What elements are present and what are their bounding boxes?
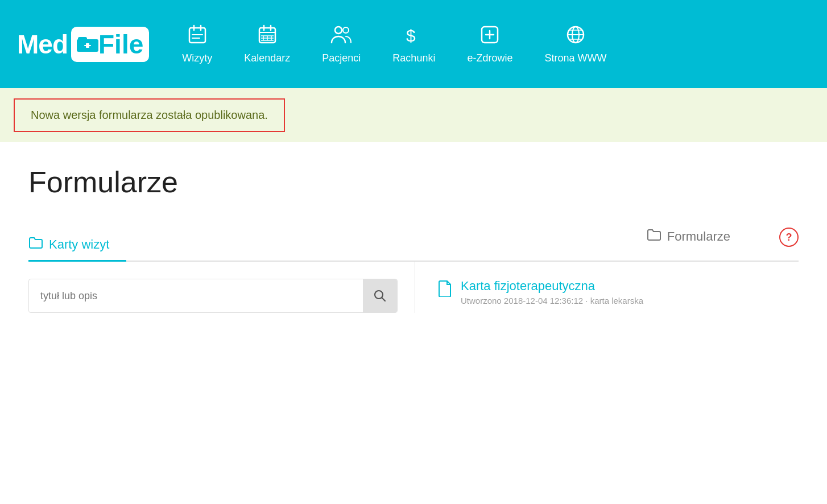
stronawww-icon (565, 24, 586, 48)
nav-item-ezdrowie[interactable]: e-Zdrowie (451, 19, 528, 70)
help-icon[interactable]: ? (779, 228, 799, 247)
main-nav: Wizyty Kalendarz (166, 19, 810, 70)
file-info: Karta fizjoterapeutyczna Utworzono 2018-… (461, 279, 643, 305)
file-icon (438, 280, 453, 301)
left-panel (28, 262, 415, 313)
main-content: Formularze Karty wizyt Formularze ? (0, 142, 827, 313)
rachunki-icon: $ (404, 24, 424, 48)
content-area: Karta fizjoterapeutyczna Utworzono 2018-… (28, 262, 799, 313)
pacjenci-icon (330, 24, 353, 48)
search-input[interactable] (29, 290, 363, 302)
search-icon (374, 290, 386, 302)
notification-box: Nowa wersja formularza została opublikow… (14, 98, 285, 132)
svg-point-19 (335, 27, 342, 34)
wizyty-icon (187, 24, 208, 48)
svg-line-31 (382, 298, 386, 301)
svg-point-20 (343, 27, 349, 33)
logo-file: File (98, 29, 143, 60)
svg-rect-3 (84, 45, 91, 46)
tab-karty-wizyt[interactable]: Karty wizyt (28, 230, 126, 261)
notification-banner: Nowa wersja formularza została opublikow… (0, 88, 827, 142)
nav-item-kalendarz[interactable]: Kalendarz (228, 19, 306, 70)
nav-label-stronawww: Strona WWW (544, 52, 606, 64)
notification-text: Nowa wersja formularza została opublikow… (31, 109, 268, 121)
folder-icon-formularze (647, 229, 661, 245)
nav-item-wizyty[interactable]: Wizyty (166, 19, 228, 70)
nav-label-ezdrowie: e-Zdrowie (467, 52, 512, 64)
search-button[interactable] (363, 279, 397, 312)
kalendarz-icon (257, 24, 278, 48)
file-name: Karta fizjoterapeutyczna (461, 279, 643, 294)
list-item[interactable]: Karta fizjoterapeutyczna Utworzono 2018-… (438, 279, 799, 311)
logo-box: File (71, 27, 149, 62)
svg-rect-1 (78, 37, 87, 42)
nav-label-pacjenci: Pacjenci (322, 52, 361, 64)
ezdrowie-icon (479, 24, 500, 48)
tabs-right: Formularze ? (647, 222, 799, 261)
svg-text:$: $ (406, 26, 416, 45)
logo-med: Med (17, 29, 68, 60)
tab-label-formularze: Formularze (667, 229, 730, 244)
nav-item-pacjenci[interactable]: Pacjenci (306, 19, 377, 70)
nav-label-wizyty: Wizyty (182, 52, 212, 64)
file-meta: Utworzono 2018-12-04 12:36:12 · karta le… (461, 296, 643, 305)
tab-formularze[interactable]: Formularze (647, 222, 747, 253)
nav-item-stronawww[interactable]: Strona WWW (528, 19, 622, 70)
logo[interactable]: Med File (17, 27, 149, 62)
tab-label-karty-wizyt: Karty wizyt (49, 237, 109, 252)
nav-item-rachunki[interactable]: $ Rachunki (377, 19, 451, 70)
folder-icon-karty (28, 237, 43, 253)
tabs-area: Karty wizyt Formularze ? (28, 222, 799, 262)
right-panel: Karta fizjoterapeutyczna Utworzono 2018-… (415, 262, 799, 313)
search-bar (28, 279, 398, 313)
nav-label-kalendarz: Kalendarz (244, 52, 290, 64)
header: Med File (0, 0, 827, 88)
nav-label-rachunki: Rachunki (392, 52, 435, 64)
page-title: Formularze (28, 165, 799, 199)
